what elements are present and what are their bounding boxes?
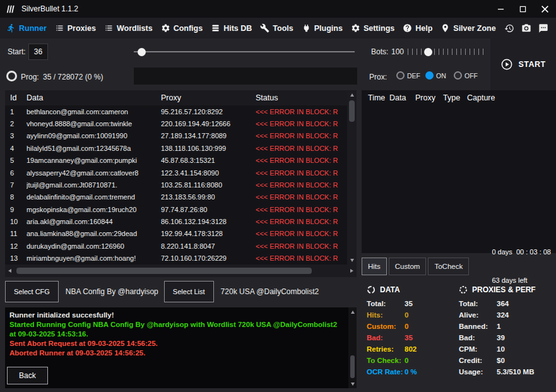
stat-value: 39 <box>497 334 505 342</box>
nav-item-tools[interactable]: Tools <box>260 23 293 33</box>
history-icon <box>504 23 514 33</box>
nav-item-help[interactable]: Help <box>403 23 432 33</box>
nav-item-proxies[interactable]: Proxies <box>55 23 96 33</box>
column-header-proxy[interactable]: Proxy <box>161 90 256 105</box>
arrow-up-icon <box>350 93 354 97</box>
nav-right-icons <box>504 23 556 33</box>
scroll-down-button[interactable] <box>348 379 357 388</box>
tab-custom[interactable]: Custom <box>389 258 427 275</box>
chat-button[interactable] <box>538 23 548 33</box>
cell-proxy: 72.10.160.170:26229 <box>161 252 256 265</box>
scroll-right-button[interactable] <box>347 266 357 275</box>
slider-thumb[interactable] <box>138 48 146 56</box>
select-list-button[interactable]: Select List <box>164 281 214 302</box>
nav-item-configs[interactable]: Configs <box>161 23 203 33</box>
config-name: NBA Config By @hardyisop <box>59 287 164 296</box>
radio-circle-icon <box>425 71 434 80</box>
scroll-up-button[interactable] <box>347 90 357 99</box>
stat-item: Hits: 0 <box>367 311 441 319</box>
nav-item-wordlists[interactable]: Wordlists <box>104 23 153 33</box>
scroll-down-button[interactable] <box>347 256 357 264</box>
stat-label: Total: <box>459 300 497 307</box>
prox-radio-off[interactable]: OFF <box>454 71 478 80</box>
maximize-button[interactable] <box>512 0 534 18</box>
bots-slider[interactable] <box>408 45 487 58</box>
start-button[interactable]: START <box>500 58 545 71</box>
start-label: Start: <box>8 47 26 56</box>
arrow-down-icon <box>350 259 354 262</box>
table-row[interactable]: 12 durukaydin@gmail.com:126960 8.220.141… <box>5 240 347 252</box>
scroll-left-button[interactable] <box>5 266 15 275</box>
column-header-time[interactable]: Time <box>362 90 389 105</box>
column-header-status[interactable]: Status <box>256 90 347 105</box>
cell-proxy: 8.220.141.8:8047 <box>161 240 256 252</box>
close-button[interactable] <box>534 0 556 18</box>
cell-proxy: 86.106.132.194:3128 <box>161 215 256 227</box>
table-row[interactable]: 10 aria.akl@gmail.com:160844 86.106.132.… <box>5 215 347 227</box>
nav-label: Plugins <box>314 24 343 33</box>
column-header-proxy[interactable]: Proxy <box>415 90 443 105</box>
nav-item-hits-db[interactable]: Hits DB <box>211 23 252 33</box>
table-row[interactable]: 7 jtuijl@gmail.com:Jt08710871. 103.25.81… <box>5 179 347 191</box>
close-icon <box>541 5 549 13</box>
nav-label: Configs <box>174 24 203 33</box>
main-nav: Runner Proxies Wordlists Configs Hits DB… <box>0 18 556 39</box>
back-button[interactable]: Back <box>7 367 48 384</box>
stat-item: Total: 35 <box>367 300 441 307</box>
scrollbar-thumb[interactable] <box>16 268 312 274</box>
scrollbar-thumb[interactable] <box>350 355 355 378</box>
table-row[interactable]: 4 hilalyld51@gmail.com:12345678a 138.118… <box>5 142 347 154</box>
proxy-stats: PROXIES & PERF Total: 364 Alive: 324 Ban… <box>459 285 536 388</box>
log-line: Aborted Runner at 09-03-2025 14:56:25. <box>9 348 343 358</box>
nav-item-settings[interactable]: Settings <box>351 23 394 33</box>
minimize-button[interactable] <box>490 0 512 18</box>
table-row[interactable]: 2 vhoneyd.8888@gmail.com:twinkle 220.169… <box>5 117 347 129</box>
slider-thumb[interactable] <box>424 48 432 56</box>
table-row[interactable]: 11 ana.liamkina88@gmail.com:29dead 192.9… <box>5 228 347 240</box>
table-row[interactable]: 8 delabalinfinito@gmail.com:tremend 213.… <box>5 191 347 203</box>
column-header-capture[interactable]: Capture <box>467 90 556 105</box>
tab-hits[interactable]: Hits <box>362 258 387 275</box>
table-row[interactable]: 1 bethlancon@gmail.com:cameron 95.216.57… <box>5 105 347 117</box>
start-slider[interactable] <box>134 45 355 58</box>
nav-item-silver-zone[interactable]: Silver Zone <box>441 23 495 33</box>
column-header-type[interactable]: Type <box>443 90 467 105</box>
horizontal-scrollbar[interactable] <box>5 264 357 277</box>
table-row[interactable]: 6 alyssaperry42@gmail.com:catlover8 122.… <box>5 167 347 179</box>
prox-radio-def[interactable]: DEF <box>396 71 420 80</box>
play-icon <box>500 58 513 71</box>
table-row[interactable]: 3 ayylinn09@gmail.com:10091990 27.189.13… <box>5 130 347 142</box>
scrollbar-thumb[interactable] <box>349 100 355 122</box>
nav-item-runner[interactable]: Runner <box>6 23 47 33</box>
data-stats-title: DATA <box>380 285 400 294</box>
hits-table: Time Data Proxy Type Capture <box>362 90 556 105</box>
camera-button[interactable] <box>521 23 531 33</box>
column-header-data[interactable]: Data <box>27 90 161 105</box>
tab-tocheck[interactable]: ToCheck <box>428 258 469 275</box>
data-stats: DATA Total: 35 Hits: 0 Custom: 0 <box>367 285 441 388</box>
start-input[interactable] <box>28 44 48 60</box>
cell-status: <<< ERROR IN BLOCK: R <box>256 130 347 142</box>
select-cfg-button[interactable]: Select CFG <box>5 281 59 302</box>
column-header-id[interactable]: Id <box>5 90 27 105</box>
column-header-data[interactable]: Data <box>389 90 415 105</box>
nav-label: Silver Zone <box>453 24 495 33</box>
plug-icon <box>302 23 311 33</box>
stat-item: Custom: 0 <box>367 323 441 330</box>
nav-item-plugins[interactable]: Plugins <box>302 23 343 33</box>
stat-value: $0 <box>497 357 505 364</box>
cell-id: 13 <box>5 252 27 265</box>
gear-icon <box>351 23 360 33</box>
scroll-up-button[interactable] <box>348 307 357 316</box>
table-row[interactable]: 13 miriambnguyen@gmail.com:hoang! 72.10.… <box>5 252 347 265</box>
nav-label: Tools <box>273 24 293 33</box>
log-scrollbar[interactable] <box>348 307 357 388</box>
vertical-scrollbar[interactable] <box>347 90 357 264</box>
history-button[interactable] <box>504 23 514 33</box>
stat-label: Credit: <box>459 357 497 364</box>
table-row[interactable]: 9 mgskopinska@gmail.com:19ruch20 97.74.8… <box>5 203 347 215</box>
stack-icon <box>211 23 220 33</box>
prox-radio-on[interactable]: ON <box>425 71 446 80</box>
cell-status: <<< ERROR IN BLOCK: R <box>256 155 347 167</box>
table-row[interactable]: 5 19amcannaney@gmail.com:pumpki 45.87.68… <box>5 155 347 167</box>
